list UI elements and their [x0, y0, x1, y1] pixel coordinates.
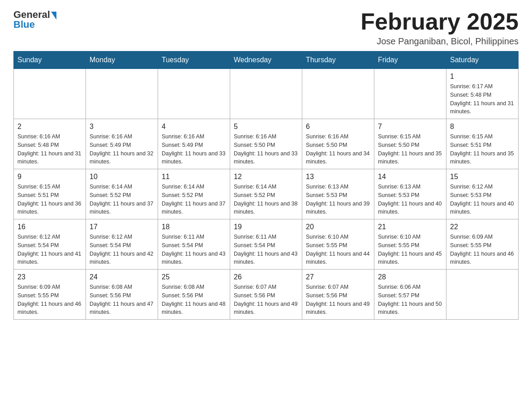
header-wednesday: Wednesday — [230, 51, 302, 69]
table-row: 15Sunrise: 6:12 AMSunset: 5:53 PMDayligh… — [446, 169, 519, 219]
day-info: Sunrise: 6:12 AMSunset: 5:53 PMDaylight:… — [450, 183, 515, 216]
day-info: Sunrise: 6:13 AMSunset: 5:53 PMDaylight:… — [306, 183, 370, 216]
day-info: Sunrise: 6:09 AMSunset: 5:55 PMDaylight:… — [450, 233, 515, 266]
table-row: 23Sunrise: 6:09 AMSunset: 5:55 PMDayligh… — [14, 270, 86, 320]
day-number: 22 — [450, 223, 515, 231]
day-number: 10 — [90, 173, 154, 181]
table-row: 9Sunrise: 6:15 AMSunset: 5:51 PMDaylight… — [14, 169, 86, 219]
table-row: 27Sunrise: 6:07 AMSunset: 5:56 PMDayligh… — [302, 270, 374, 320]
table-row: 1Sunrise: 6:17 AMSunset: 5:48 PMDaylight… — [446, 69, 519, 119]
header-tuesday: Tuesday — [158, 51, 230, 69]
day-number: 27 — [306, 273, 370, 281]
calendar-table: Sunday Monday Tuesday Wednesday Thursday… — [13, 51, 519, 320]
calendar-week-row: 23Sunrise: 6:09 AMSunset: 5:55 PMDayligh… — [14, 270, 519, 320]
day-number: 25 — [162, 273, 226, 281]
day-number: 20 — [306, 223, 370, 231]
day-info: Sunrise: 6:14 AMSunset: 5:52 PMDaylight:… — [234, 183, 298, 216]
day-number: 1 — [450, 73, 515, 81]
table-row — [302, 69, 374, 119]
header-thursday: Thursday — [302, 51, 374, 69]
day-number: 12 — [234, 173, 298, 181]
table-row — [230, 69, 302, 119]
day-info: Sunrise: 6:10 AMSunset: 5:55 PMDaylight:… — [378, 233, 442, 266]
table-row: 7Sunrise: 6:15 AMSunset: 5:50 PMDaylight… — [374, 119, 446, 169]
location-title: Jose Panganiban, Bicol, Philippines — [360, 36, 519, 47]
day-number: 4 — [162, 123, 226, 131]
table-row — [86, 69, 158, 119]
table-row: 12Sunrise: 6:14 AMSunset: 5:52 PMDayligh… — [230, 169, 302, 219]
table-row: 5Sunrise: 6:16 AMSunset: 5:50 PMDaylight… — [230, 119, 302, 169]
table-row: 19Sunrise: 6:11 AMSunset: 5:54 PMDayligh… — [230, 219, 302, 270]
header-saturday: Saturday — [446, 51, 519, 69]
day-number: 26 — [234, 273, 298, 281]
day-info: Sunrise: 6:12 AMSunset: 5:54 PMDaylight:… — [17, 233, 82, 266]
header-friday: Friday — [374, 51, 446, 69]
table-row: 3Sunrise: 6:16 AMSunset: 5:49 PMDaylight… — [86, 119, 158, 169]
day-info: Sunrise: 6:07 AMSunset: 5:56 PMDaylight:… — [234, 283, 298, 317]
day-number: 19 — [234, 223, 298, 231]
day-number: 21 — [378, 223, 442, 231]
day-number: 3 — [90, 123, 154, 131]
day-number: 15 — [450, 173, 515, 181]
day-info: Sunrise: 6:16 AMSunset: 5:50 PMDaylight:… — [234, 133, 298, 166]
day-info: Sunrise: 6:06 AMSunset: 5:57 PMDaylight:… — [378, 283, 442, 317]
page-header: General Blue February 2025 Jose Panganib… — [13, 9, 519, 47]
day-number: 8 — [450, 123, 515, 131]
day-info: Sunrise: 6:08 AMSunset: 5:56 PMDaylight:… — [90, 283, 154, 317]
table-row: 25Sunrise: 6:08 AMSunset: 5:56 PMDayligh… — [158, 270, 230, 320]
day-info: Sunrise: 6:09 AMSunset: 5:55 PMDaylight:… — [17, 283, 82, 317]
day-number: 23 — [17, 273, 82, 281]
day-info: Sunrise: 6:16 AMSunset: 5:49 PMDaylight:… — [162, 133, 226, 166]
day-info: Sunrise: 6:16 AMSunset: 5:48 PMDaylight:… — [17, 133, 82, 166]
day-number: 17 — [90, 223, 154, 231]
day-info: Sunrise: 6:10 AMSunset: 5:55 PMDaylight:… — [306, 233, 370, 266]
day-number: 28 — [378, 273, 442, 281]
day-number: 18 — [162, 223, 226, 231]
day-info: Sunrise: 6:16 AMSunset: 5:49 PMDaylight:… — [90, 133, 154, 166]
day-number: 6 — [306, 123, 370, 131]
table-row: 14Sunrise: 6:13 AMSunset: 5:53 PMDayligh… — [374, 169, 446, 219]
logo-blue-text: Blue — [13, 19, 35, 30]
day-number: 24 — [90, 273, 154, 281]
table-row: 17Sunrise: 6:12 AMSunset: 5:54 PMDayligh… — [86, 219, 158, 270]
table-row: 21Sunrise: 6:10 AMSunset: 5:55 PMDayligh… — [374, 219, 446, 270]
title-section: February 2025 Jose Panganiban, Bicol, Ph… — [360, 9, 519, 47]
table-row — [374, 69, 446, 119]
table-row: 18Sunrise: 6:11 AMSunset: 5:54 PMDayligh… — [158, 219, 230, 270]
day-info: Sunrise: 6:08 AMSunset: 5:56 PMDaylight:… — [162, 283, 226, 317]
table-row — [158, 69, 230, 119]
day-info: Sunrise: 6:14 AMSunset: 5:52 PMDaylight:… — [90, 183, 154, 216]
calendar-week-row: 1Sunrise: 6:17 AMSunset: 5:48 PMDaylight… — [14, 69, 519, 119]
day-info: Sunrise: 6:11 AMSunset: 5:54 PMDaylight:… — [162, 233, 226, 266]
calendar-header-row: Sunday Monday Tuesday Wednesday Thursday… — [14, 51, 519, 69]
table-row: 26Sunrise: 6:07 AMSunset: 5:56 PMDayligh… — [230, 270, 302, 320]
day-number: 13 — [306, 173, 370, 181]
table-row — [446, 270, 519, 320]
table-row: 6Sunrise: 6:16 AMSunset: 5:50 PMDaylight… — [302, 119, 374, 169]
day-info: Sunrise: 6:16 AMSunset: 5:50 PMDaylight:… — [306, 133, 370, 166]
table-row: 10Sunrise: 6:14 AMSunset: 5:52 PMDayligh… — [86, 169, 158, 219]
calendar-week-row: 2Sunrise: 6:16 AMSunset: 5:48 PMDaylight… — [14, 119, 519, 169]
table-row: 8Sunrise: 6:15 AMSunset: 5:51 PMDaylight… — [446, 119, 519, 169]
header-monday: Monday — [86, 51, 158, 69]
day-number: 2 — [17, 123, 82, 131]
calendar-week-row: 9Sunrise: 6:15 AMSunset: 5:51 PMDaylight… — [14, 169, 519, 219]
day-number: 14 — [378, 173, 442, 181]
table-row: 20Sunrise: 6:10 AMSunset: 5:55 PMDayligh… — [302, 219, 374, 270]
day-info: Sunrise: 6:11 AMSunset: 5:54 PMDaylight:… — [234, 233, 298, 266]
day-info: Sunrise: 6:15 AMSunset: 5:51 PMDaylight:… — [17, 183, 82, 216]
table-row: 4Sunrise: 6:16 AMSunset: 5:49 PMDaylight… — [158, 119, 230, 169]
logo-arrow-icon — [51, 12, 56, 20]
calendar-week-row: 16Sunrise: 6:12 AMSunset: 5:54 PMDayligh… — [14, 219, 519, 270]
table-row: 11Sunrise: 6:14 AMSunset: 5:52 PMDayligh… — [158, 169, 230, 219]
day-number: 11 — [162, 173, 226, 181]
logo: General Blue — [13, 9, 56, 30]
day-info: Sunrise: 6:15 AMSunset: 5:50 PMDaylight:… — [378, 133, 442, 166]
day-info: Sunrise: 6:17 AMSunset: 5:48 PMDaylight:… — [450, 82, 515, 116]
day-info: Sunrise: 6:15 AMSunset: 5:51 PMDaylight:… — [450, 133, 515, 166]
day-info: Sunrise: 6:07 AMSunset: 5:56 PMDaylight:… — [306, 283, 370, 317]
day-info: Sunrise: 6:12 AMSunset: 5:54 PMDaylight:… — [90, 233, 154, 266]
day-number: 9 — [17, 173, 82, 181]
table-row — [14, 69, 86, 119]
table-row: 22Sunrise: 6:09 AMSunset: 5:55 PMDayligh… — [446, 219, 519, 270]
